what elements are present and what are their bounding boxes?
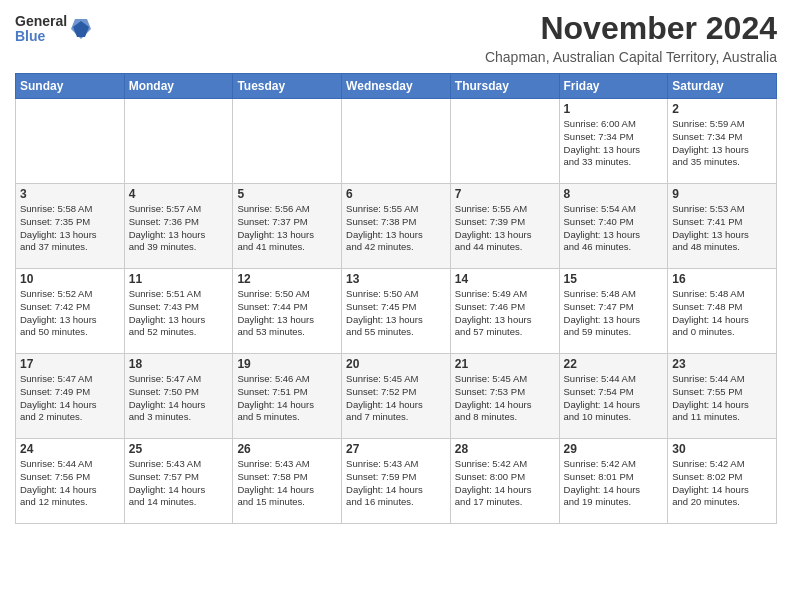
- calendar-day-cell: [450, 99, 559, 184]
- logo: General Blue: [15, 14, 91, 45]
- calendar-day-cell: 14Sunrise: 5:49 AM Sunset: 7:46 PM Dayli…: [450, 269, 559, 354]
- weekday-header-monday: Monday: [124, 74, 233, 99]
- calendar-day-cell: 4Sunrise: 5:57 AM Sunset: 7:36 PM Daylig…: [124, 184, 233, 269]
- calendar-day-cell: 26Sunrise: 5:43 AM Sunset: 7:58 PM Dayli…: [233, 439, 342, 524]
- day-number: 13: [346, 272, 446, 286]
- day-number: 10: [20, 272, 120, 286]
- day-number: 2: [672, 102, 772, 116]
- calendar-week-row: 17Sunrise: 5:47 AM Sunset: 7:49 PM Dayli…: [16, 354, 777, 439]
- title-section: November 2024 Chapman, Australian Capita…: [485, 10, 777, 65]
- day-info: Sunrise: 5:44 AM Sunset: 7:55 PM Dayligh…: [672, 373, 772, 424]
- calendar-day-cell: 9Sunrise: 5:53 AM Sunset: 7:41 PM Daylig…: [668, 184, 777, 269]
- calendar-day-cell: 22Sunrise: 5:44 AM Sunset: 7:54 PM Dayli…: [559, 354, 668, 439]
- day-number: 7: [455, 187, 555, 201]
- calendar-day-cell: 1Sunrise: 6:00 AM Sunset: 7:34 PM Daylig…: [559, 99, 668, 184]
- day-number: 1: [564, 102, 664, 116]
- day-info: Sunrise: 5:51 AM Sunset: 7:43 PM Dayligh…: [129, 288, 229, 339]
- day-number: 12: [237, 272, 337, 286]
- day-info: Sunrise: 5:45 AM Sunset: 7:52 PM Dayligh…: [346, 373, 446, 424]
- calendar-day-cell: [16, 99, 125, 184]
- day-info: Sunrise: 5:54 AM Sunset: 7:40 PM Dayligh…: [564, 203, 664, 254]
- calendar-day-cell: 29Sunrise: 5:42 AM Sunset: 8:01 PM Dayli…: [559, 439, 668, 524]
- calendar-day-cell: 2Sunrise: 5:59 AM Sunset: 7:34 PM Daylig…: [668, 99, 777, 184]
- day-number: 24: [20, 442, 120, 456]
- weekday-header-row: SundayMondayTuesdayWednesdayThursdayFrid…: [16, 74, 777, 99]
- calendar-day-cell: 28Sunrise: 5:42 AM Sunset: 8:00 PM Dayli…: [450, 439, 559, 524]
- location-subtitle: Chapman, Australian Capital Territory, A…: [485, 49, 777, 65]
- day-number: 30: [672, 442, 772, 456]
- weekday-header-friday: Friday: [559, 74, 668, 99]
- calendar-week-row: 24Sunrise: 5:44 AM Sunset: 7:56 PM Dayli…: [16, 439, 777, 524]
- calendar-day-cell: 17Sunrise: 5:47 AM Sunset: 7:49 PM Dayli…: [16, 354, 125, 439]
- logo-general-text: General: [15, 14, 67, 29]
- calendar-day-cell: 6Sunrise: 5:55 AM Sunset: 7:38 PM Daylig…: [342, 184, 451, 269]
- day-number: 27: [346, 442, 446, 456]
- day-info: Sunrise: 5:46 AM Sunset: 7:51 PM Dayligh…: [237, 373, 337, 424]
- day-number: 16: [672, 272, 772, 286]
- calendar-day-cell: [124, 99, 233, 184]
- calendar-week-row: 3Sunrise: 5:58 AM Sunset: 7:35 PM Daylig…: [16, 184, 777, 269]
- weekday-header-thursday: Thursday: [450, 74, 559, 99]
- day-number: 14: [455, 272, 555, 286]
- calendar-day-cell: 11Sunrise: 5:51 AM Sunset: 7:43 PM Dayli…: [124, 269, 233, 354]
- day-info: Sunrise: 5:42 AM Sunset: 8:01 PM Dayligh…: [564, 458, 664, 509]
- day-number: 29: [564, 442, 664, 456]
- logo-blue-text: Blue: [15, 29, 67, 44]
- page-header: General Blue November 2024 Chapman, Aust…: [15, 10, 777, 65]
- calendar-day-cell: 3Sunrise: 5:58 AM Sunset: 7:35 PM Daylig…: [16, 184, 125, 269]
- day-info: Sunrise: 5:55 AM Sunset: 7:39 PM Dayligh…: [455, 203, 555, 254]
- calendar-day-cell: 7Sunrise: 5:55 AM Sunset: 7:39 PM Daylig…: [450, 184, 559, 269]
- weekday-header-tuesday: Tuesday: [233, 74, 342, 99]
- day-number: 17: [20, 357, 120, 371]
- calendar-day-cell: 10Sunrise: 5:52 AM Sunset: 7:42 PM Dayli…: [16, 269, 125, 354]
- day-number: 18: [129, 357, 229, 371]
- day-info: Sunrise: 6:00 AM Sunset: 7:34 PM Dayligh…: [564, 118, 664, 169]
- day-number: 4: [129, 187, 229, 201]
- calendar-day-cell: 13Sunrise: 5:50 AM Sunset: 7:45 PM Dayli…: [342, 269, 451, 354]
- calendar-day-cell: 8Sunrise: 5:54 AM Sunset: 7:40 PM Daylig…: [559, 184, 668, 269]
- day-info: Sunrise: 5:48 AM Sunset: 7:48 PM Dayligh…: [672, 288, 772, 339]
- weekday-header-saturday: Saturday: [668, 74, 777, 99]
- day-number: 25: [129, 442, 229, 456]
- calendar-day-cell: 30Sunrise: 5:42 AM Sunset: 8:02 PM Dayli…: [668, 439, 777, 524]
- day-info: Sunrise: 5:49 AM Sunset: 7:46 PM Dayligh…: [455, 288, 555, 339]
- logo-icon: [71, 17, 91, 41]
- day-info: Sunrise: 5:44 AM Sunset: 7:56 PM Dayligh…: [20, 458, 120, 509]
- calendar-day-cell: 23Sunrise: 5:44 AM Sunset: 7:55 PM Dayli…: [668, 354, 777, 439]
- calendar-day-cell: 19Sunrise: 5:46 AM Sunset: 7:51 PM Dayli…: [233, 354, 342, 439]
- day-number: 15: [564, 272, 664, 286]
- day-number: 22: [564, 357, 664, 371]
- weekday-header-sunday: Sunday: [16, 74, 125, 99]
- day-info: Sunrise: 5:43 AM Sunset: 7:57 PM Dayligh…: [129, 458, 229, 509]
- day-info: Sunrise: 5:53 AM Sunset: 7:41 PM Dayligh…: [672, 203, 772, 254]
- day-info: Sunrise: 5:45 AM Sunset: 7:53 PM Dayligh…: [455, 373, 555, 424]
- day-info: Sunrise: 5:58 AM Sunset: 7:35 PM Dayligh…: [20, 203, 120, 254]
- calendar-day-cell: 15Sunrise: 5:48 AM Sunset: 7:47 PM Dayli…: [559, 269, 668, 354]
- day-info: Sunrise: 5:47 AM Sunset: 7:50 PM Dayligh…: [129, 373, 229, 424]
- day-number: 3: [20, 187, 120, 201]
- calendar-day-cell: 24Sunrise: 5:44 AM Sunset: 7:56 PM Dayli…: [16, 439, 125, 524]
- day-info: Sunrise: 5:50 AM Sunset: 7:44 PM Dayligh…: [237, 288, 337, 339]
- calendar-day-cell: 16Sunrise: 5:48 AM Sunset: 7:48 PM Dayli…: [668, 269, 777, 354]
- day-number: 23: [672, 357, 772, 371]
- calendar-day-cell: 12Sunrise: 5:50 AM Sunset: 7:44 PM Dayli…: [233, 269, 342, 354]
- day-info: Sunrise: 5:47 AM Sunset: 7:49 PM Dayligh…: [20, 373, 120, 424]
- day-number: 9: [672, 187, 772, 201]
- day-number: 11: [129, 272, 229, 286]
- day-info: Sunrise: 5:42 AM Sunset: 8:02 PM Dayligh…: [672, 458, 772, 509]
- day-info: Sunrise: 5:52 AM Sunset: 7:42 PM Dayligh…: [20, 288, 120, 339]
- day-number: 19: [237, 357, 337, 371]
- day-info: Sunrise: 5:43 AM Sunset: 7:58 PM Dayligh…: [237, 458, 337, 509]
- day-number: 28: [455, 442, 555, 456]
- calendar-day-cell: 25Sunrise: 5:43 AM Sunset: 7:57 PM Dayli…: [124, 439, 233, 524]
- day-info: Sunrise: 5:59 AM Sunset: 7:34 PM Dayligh…: [672, 118, 772, 169]
- calendar-day-cell: [342, 99, 451, 184]
- day-info: Sunrise: 5:56 AM Sunset: 7:37 PM Dayligh…: [237, 203, 337, 254]
- day-info: Sunrise: 5:57 AM Sunset: 7:36 PM Dayligh…: [129, 203, 229, 254]
- day-number: 8: [564, 187, 664, 201]
- day-info: Sunrise: 5:42 AM Sunset: 8:00 PM Dayligh…: [455, 458, 555, 509]
- day-number: 20: [346, 357, 446, 371]
- day-number: 6: [346, 187, 446, 201]
- day-info: Sunrise: 5:50 AM Sunset: 7:45 PM Dayligh…: [346, 288, 446, 339]
- calendar-day-cell: 18Sunrise: 5:47 AM Sunset: 7:50 PM Dayli…: [124, 354, 233, 439]
